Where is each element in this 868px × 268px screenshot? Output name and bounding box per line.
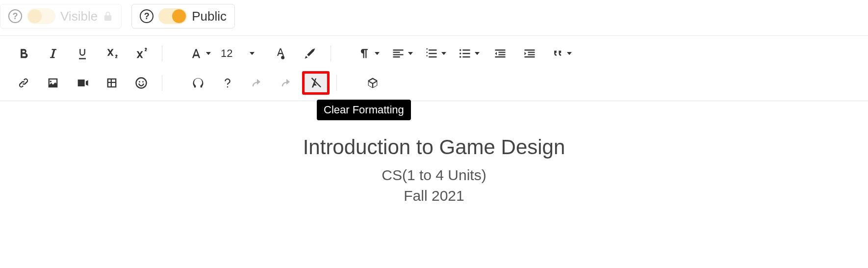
special-char-button[interactable] — [184, 71, 212, 95]
chevron-down-icon — [408, 52, 413, 55]
undo-button[interactable] — [243, 71, 271, 95]
public-label: Public — [192, 9, 227, 24]
indent-button[interactable] — [516, 42, 543, 65]
highlight-button[interactable] — [296, 42, 324, 65]
visible-toggle — [27, 8, 55, 24]
redo-button[interactable] — [273, 71, 300, 95]
image-button[interactable] — [39, 71, 67, 95]
toolbar-row-1: 12 — [5, 39, 863, 68]
toolbar-row-2: Clear Formatting — [5, 68, 863, 98]
help-button[interactable] — [214, 71, 241, 95]
chevron-down-icon — [375, 52, 380, 55]
bold-button[interactable] — [10, 42, 37, 65]
chevron-down-icon — [206, 52, 211, 55]
help-icon[interactable]: ? — [8, 9, 22, 23]
underline-button[interactable] — [69, 42, 96, 65]
toggle-knob — [172, 9, 186, 23]
visible-control: ? Visible — [0, 4, 122, 28]
blockquote-button[interactable] — [545, 42, 577, 65]
ordered-list-button[interactable] — [420, 42, 451, 65]
font-family-button[interactable] — [184, 42, 216, 65]
lock-icon — [102, 10, 113, 22]
font-size-dropdown[interactable] — [237, 42, 265, 65]
tooltip: Clear Formatting — [317, 100, 411, 120]
svg-point-3 — [136, 78, 147, 88]
align-button[interactable] — [386, 42, 418, 65]
svg-point-1 — [460, 53, 461, 54]
video-button[interactable] — [69, 71, 96, 95]
editor-toolbar: 12 Clear Formatti — [0, 35, 868, 101]
chevron-down-icon — [567, 52, 572, 55]
text-color-button[interactable] — [267, 42, 294, 65]
emoji-button[interactable] — [128, 71, 155, 95]
paragraph-direction-button[interactable] — [353, 42, 384, 65]
unordered-list-button[interactable] — [453, 42, 485, 65]
visibility-controls: ? Visible ? Public — [0, 0, 868, 32]
page-subtitle: CS(1 to 4 Units) — [0, 167, 868, 184]
link-button[interactable] — [10, 71, 37, 95]
subscript-button[interactable] — [98, 42, 126, 65]
public-control: ? Public — [131, 4, 235, 28]
svg-point-2 — [460, 56, 461, 58]
cube-button[interactable] — [359, 71, 386, 95]
font-size-value: 12 — [218, 47, 235, 60]
chevron-down-icon — [441, 52, 446, 55]
svg-point-4 — [139, 81, 140, 82]
chevron-down-icon — [475, 52, 480, 55]
svg-point-0 — [460, 49, 461, 51]
toggle-knob — [28, 9, 42, 23]
page-title: Introduction to Game Design — [0, 135, 868, 159]
clear-formatting-button[interactable] — [302, 71, 330, 95]
public-toggle[interactable] — [158, 8, 187, 24]
italic-button[interactable] — [39, 42, 67, 65]
page-term: Fall 2021 — [0, 188, 868, 204]
chevron-down-icon — [250, 52, 255, 55]
outdent-button[interactable] — [486, 42, 514, 65]
svg-point-5 — [142, 81, 144, 82]
visible-label: Visible — [60, 9, 98, 24]
editor-content[interactable]: Introduction to Game Design CS(1 to 4 Un… — [0, 101, 868, 204]
help-icon[interactable]: ? — [140, 9, 153, 23]
table-button[interactable] — [98, 71, 126, 95]
superscript-button[interactable] — [128, 42, 155, 65]
